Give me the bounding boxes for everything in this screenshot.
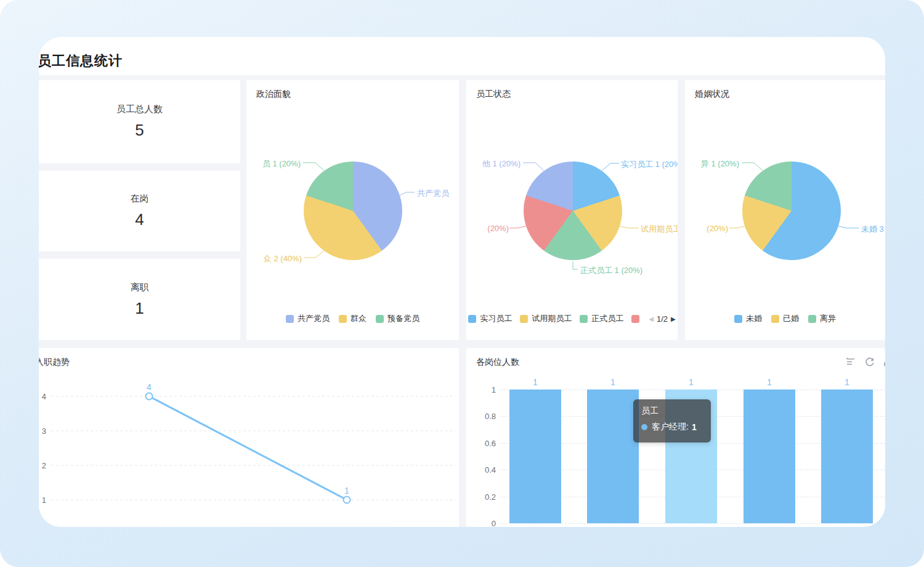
panel-marital-status: 婚姻状况 异 1 (20%) (20%) 未婚 3 未婚 [685,80,885,340]
legend-label: 实习员工 [480,313,512,324]
legend-swatch [520,315,528,323]
legend-item[interactable]: 离异 [808,313,836,324]
bar[interactable] [821,390,873,523]
panel-title: 员工状态 [476,89,511,100]
y-axis-tick: 1 [466,385,496,394]
y-axis-tick: 0 [466,519,496,527]
panel-hiring-trend: 入职趋势 4 3 2 1 4 1 [39,348,459,527]
legend-label: 未婚 [746,313,762,324]
chart-toolbox [845,356,885,367]
legend-label: 共产党员 [298,313,330,324]
y-axis-tick: 0.2 [466,492,496,502]
legend: 共产党员 群众 预备党员 [246,313,459,324]
tooltip-series-label: 客户经理: [652,422,689,433]
legend-item[interactable]: 未婚 [734,313,762,324]
legend-swatch [339,315,347,323]
tooltip-title: 员工 [641,406,703,417]
legend-pager: ◀ 1/2 ▶ [649,314,675,324]
legend-label: 试用期员工 [532,313,572,324]
legend-label: 预备党员 [387,313,419,324]
panel-position-headcount: 各岗位人数 1 0.8 0.6 0.4 0.2 [466,348,885,527]
legend-item[interactable]: 试用期员工 [520,313,572,324]
pie-label: 试用期员工 1 (20%) [641,224,678,235]
legend-item[interactable]: 实习员工 [468,313,512,324]
legend-item[interactable]: 群众 [339,313,367,324]
pie-label: 未婚 3 [861,224,884,235]
pie-label: 众 2 (40%) [246,253,302,264]
legend-label: 已婚 [783,313,799,324]
data-point-marker [344,497,351,504]
pie-label: 员 1 (20%) [246,158,301,169]
legend-item[interactable]: 预备党员 [376,313,419,324]
legend-swatch [580,315,588,323]
bar-value-label: 1 [845,377,849,387]
stat-value: 5 [135,121,144,140]
legend-item[interactable]: 已婚 [771,313,799,324]
legend-label: 离异 [820,313,836,324]
panel-political-status: 政治面貌 员 1 (20%) 众 2 (40%) 共产党员 共产党员 [246,80,459,340]
pie-chart-status[interactable] [524,161,622,260]
bar-value-label: 1 [533,377,538,387]
page-title: 员工信息统计 [39,52,123,70]
legend-swatch [734,315,742,323]
legend-item[interactable] [631,315,639,323]
bar[interactable] [587,390,639,523]
legend-swatch [808,315,816,323]
dashboard-container: 员工信息统计 员工总人数 5 在岗 4 离职 1 政治面貌 [39,37,885,527]
tooltip-row: 客户经理: 1 [641,422,703,433]
pie-label: 正式员工 1 (20%) [580,265,642,276]
pie-label: 异 1 (20%) [685,158,739,169]
restore-icon[interactable] [864,356,875,367]
legend-item[interactable]: 共产党员 [286,313,330,324]
series-dot-icon [641,424,647,430]
legend-swatch [771,315,779,323]
bar[interactable] [509,390,561,523]
tooltip-value: 1 [692,422,697,432]
point-value-label: 4 [147,382,152,392]
legend-swatch [631,315,639,323]
bar[interactable] [744,390,795,523]
legend-swatch [286,315,294,323]
pie-label: 实习员工 1 (20%) [621,159,678,170]
data-view-icon[interactable] [845,356,856,367]
save-image-icon[interactable] [883,356,885,367]
line-chart[interactable] [39,348,459,527]
stat-label: 在岗 [131,193,149,205]
legend: 未婚 已婚 离异 [685,313,885,324]
y-axis-tick: 0.4 [466,465,496,475]
stat-value: 4 [135,210,144,229]
stat-card-resigned: 离职 1 [39,259,240,340]
legend-prev-page-icon[interactable]: ◀ [649,316,654,322]
pie-label: 他 1 (20%) [466,158,521,169]
bar-value-label: 1 [767,377,772,387]
legend-next-page-icon[interactable]: ▶ [671,316,676,322]
panel-employee-status: 员工状态 他 1 (20%) 实习员工 1 (20%) 试用期员工 1 (20%… [466,80,678,340]
chart-tooltip: 员工 客户经理: 1 [633,399,711,443]
panel-title: 婚姻状况 [695,89,729,100]
bar-value-label: 1 [610,377,615,387]
legend: 实习员工 试用期员工 正式员工 ◀ 1/2 [466,313,678,324]
legend-swatch [376,315,384,323]
panel-title: 各岗位人数 [476,357,519,368]
stat-value: 1 [135,299,144,318]
point-value-label: 1 [344,486,349,496]
legend-label: 群众 [351,313,367,324]
stat-label: 离职 [131,282,149,293]
y-axis-tick: 0.8 [466,412,496,421]
gridline [500,523,885,524]
stat-card-total: 员工总人数 5 [39,80,240,163]
y-axis-tick: 0.6 [466,439,496,448]
dashboard-board: 员工总人数 5 在岗 4 离职 1 政治面貌 员 1 (20%) [39,75,885,527]
legend-label: 正式员工 [591,313,623,324]
legend-page-indicator: 1/2 [657,314,668,324]
stat-label: 员工总人数 [116,104,163,115]
pie-chart-political[interactable] [304,161,402,260]
legend-swatch [468,315,476,323]
pie-label: 共产党员 [417,188,449,199]
data-point-marker [146,393,153,400]
pie-chart-marital[interactable] [742,161,841,260]
pie-label: (20%) [466,224,509,233]
panel-title: 政治面貌 [256,89,291,100]
page-background: 员工信息统计 员工总人数 5 在岗 4 离职 1 政治面貌 [0,0,924,567]
legend-item[interactable]: 正式员工 [580,313,623,324]
